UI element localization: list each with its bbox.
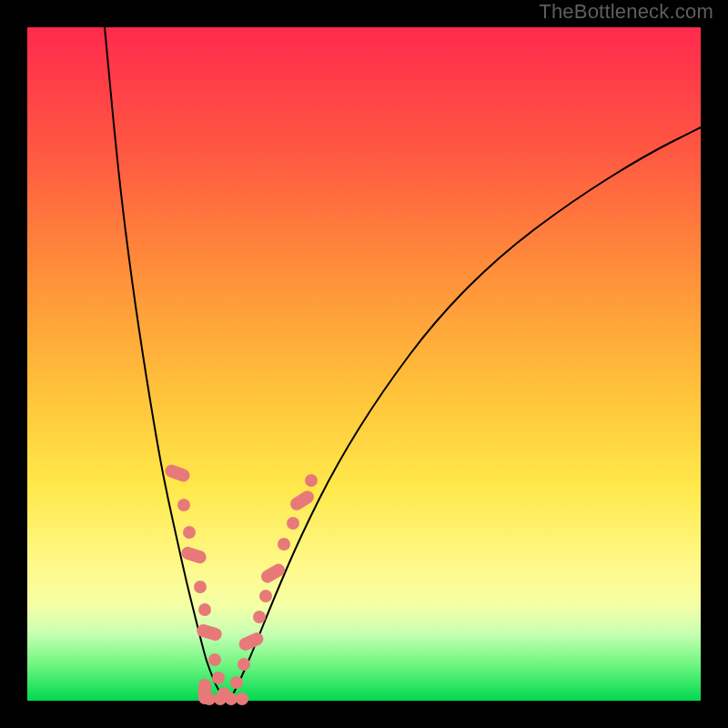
chart-svg <box>27 27 701 701</box>
chart-plot-area <box>27 27 701 701</box>
chart-marker <box>278 538 290 551</box>
outer-frame: TheBottleneck.com <box>0 0 728 728</box>
chart-marker <box>259 590 272 602</box>
chart-marker <box>194 581 207 593</box>
chart-marker <box>163 463 191 484</box>
right-branch-curve <box>232 127 701 696</box>
chart-marker <box>230 676 243 689</box>
chart-marker <box>225 693 238 705</box>
watermark-text: TheBottleneck.com <box>539 0 713 24</box>
chart-marker <box>196 622 224 642</box>
chart-marker <box>198 603 211 616</box>
chart-marker <box>258 561 287 585</box>
chart-marker <box>253 611 266 623</box>
chart-marker <box>214 693 227 705</box>
chart-marker <box>288 489 316 513</box>
chart-marker <box>198 679 211 704</box>
chart-marker <box>208 653 221 666</box>
chart-marker <box>237 631 265 653</box>
chart-marker <box>287 517 299 530</box>
chart-marker <box>236 693 248 705</box>
chart-marker <box>177 499 190 511</box>
curve-layer <box>105 27 701 696</box>
chart-marker <box>305 474 318 487</box>
chart-marker <box>238 658 250 671</box>
chart-marker <box>180 545 208 565</box>
chart-marker <box>212 672 225 684</box>
chart-marker <box>183 526 196 539</box>
left-branch-curve <box>105 27 223 696</box>
